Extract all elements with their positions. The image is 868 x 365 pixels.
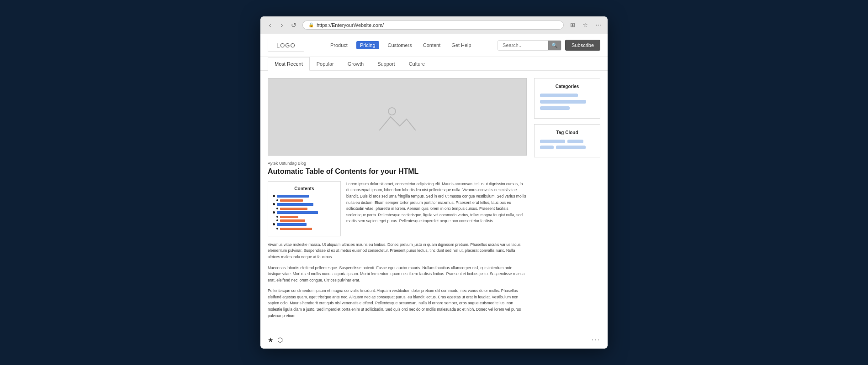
logo[interactable]: LOGO: [268, 39, 304, 52]
more-button[interactable]: ···: [592, 336, 600, 344]
toc-box: Contents: [268, 181, 341, 236]
nav-menu: Product Pricing Customers Content Get He…: [328, 41, 474, 49]
toc-bar: [277, 223, 307, 226]
toc-item: [273, 211, 336, 214]
toc-bullet: [273, 195, 275, 197]
footer-actions: ★ ⬡: [268, 336, 283, 344]
nav-gethelp[interactable]: Get Help: [449, 41, 473, 49]
toc-bar: [277, 203, 313, 206]
nav-pricing[interactable]: Pricing: [356, 41, 379, 49]
hero-image: [268, 78, 527, 156]
article-body: Contents: [268, 181, 527, 236]
bookmark-button[interactable]: ☆: [580, 20, 590, 30]
browser-actions: ⊞ ☆ ⋯: [567, 20, 603, 30]
category-skeleton-2: [540, 100, 586, 104]
address-bar[interactable]: 🔒 https://EnteryourWebsite.com/: [302, 21, 564, 30]
tagcloud-widget: Tag Cloud: [534, 124, 600, 157]
nav-customers[interactable]: Customers: [386, 41, 414, 49]
toc-sub-bar: [280, 199, 303, 202]
search-input[interactable]: [498, 41, 548, 50]
tag-pill: [540, 146, 554, 149]
extensions-button[interactable]: ⊞: [567, 20, 577, 30]
nav-content[interactable]: Content: [421, 41, 443, 49]
article-footer: ★ ⬡ ···: [260, 331, 608, 349]
image-placeholder-icon: [379, 103, 416, 130]
toc-item: [273, 223, 336, 226]
article-text-first: Lorem ipsum dolor sit amet, consectetur …: [346, 181, 527, 236]
toc-sub-bullet: [276, 219, 278, 221]
search-box: 🔍: [498, 40, 561, 51]
url-text: https://EnteryourWebsite.com/: [317, 22, 384, 28]
toc-sub-bullet: [276, 216, 278, 218]
toc-item: [273, 203, 336, 206]
refresh-button[interactable]: ↺: [289, 20, 299, 30]
share-icon[interactable]: ⬡: [277, 336, 283, 344]
tag-row-2: [540, 146, 594, 149]
article-paragraph-2: Vivamus vitae molestie massa. Ut aliquam…: [268, 242, 527, 261]
tagcloud-title: Tag Cloud: [540, 130, 594, 135]
toc-bullet: [273, 223, 275, 225]
svg-point-0: [388, 108, 396, 115]
toc-sub-bullet: [276, 228, 278, 229]
tab-bar: Most Recent Popular Growth Support Cultu…: [260, 57, 608, 71]
main-layout: Aytek Ustundag Blog Automatic Table of C…: [260, 71, 608, 331]
tab-growth[interactable]: Growth: [341, 57, 370, 71]
toc-title: Contents: [273, 186, 336, 191]
page-content: LOGO Product Pricing Customers Content G…: [260, 34, 608, 349]
tab-support[interactable]: Support: [370, 57, 402, 71]
category-skeleton-3: [540, 106, 570, 110]
toc-sub: [276, 219, 336, 222]
toc-sub: [276, 216, 336, 218]
back-button[interactable]: ‹: [265, 20, 275, 30]
nav-product[interactable]: Product: [328, 41, 350, 49]
header-right: 🔍 Subscribe: [498, 40, 600, 51]
toc-bar: [277, 195, 309, 198]
main-content: Aytek Ustundag Blog Automatic Table of C…: [268, 78, 527, 324]
tab-culture[interactable]: Culture: [402, 57, 432, 71]
tag-row-1: [540, 140, 594, 143]
browser-toolbar: ‹ › ↺ 🔒 https://EnteryourWebsite.com/ ⊞ …: [260, 16, 608, 34]
site-header: LOGO Product Pricing Customers Content G…: [260, 34, 608, 57]
categories-title: Categories: [540, 84, 594, 89]
toc-sub-bar: [280, 219, 305, 222]
lock-icon: 🔒: [308, 22, 314, 27]
subscribe-button[interactable]: Subscribe: [565, 40, 600, 51]
toc-sub-bar: [280, 216, 298, 218]
article-title: Automatic Table of Contents for your HTM…: [268, 167, 527, 176]
category-skeleton-1: [540, 94, 578, 97]
article-paragraph-3: Maecenas lobortis eleifend pellentesque.…: [268, 265, 527, 284]
tag-pill: [540, 140, 565, 143]
search-button[interactable]: 🔍: [548, 41, 561, 50]
menu-button[interactable]: ⋯: [593, 20, 603, 30]
toc-sub: [276, 208, 336, 210]
toc-bar: [277, 211, 318, 214]
toc-item: [273, 195, 336, 198]
toc-sub: [276, 228, 336, 230]
tag-pill: [556, 146, 586, 149]
browser-nav-buttons: ‹ › ↺: [265, 20, 299, 30]
star-icon[interactable]: ★: [268, 336, 274, 344]
toc-sub-bullet: [276, 199, 278, 201]
article-paragraph-4: Pellentesque condimentum ipsum et magna …: [268, 288, 527, 319]
categories-widget: Categories: [534, 78, 600, 119]
toc-sub-bullet: [276, 208, 278, 209]
blog-label: Aytek Ustundag Blog: [268, 161, 527, 166]
toc-sub-bar: [280, 228, 312, 230]
tab-most-recent[interactable]: Most Recent: [268, 57, 310, 71]
tab-popular[interactable]: Popular: [310, 57, 341, 71]
toc-bullet: [273, 203, 275, 205]
browser-window: ‹ › ↺ 🔒 https://EnteryourWebsite.com/ ⊞ …: [260, 16, 608, 349]
toc-sub: [276, 199, 336, 202]
tag-pill: [567, 140, 583, 143]
toc-sub-bar: [280, 208, 307, 210]
forward-button[interactable]: ›: [277, 20, 287, 30]
toc-bullet: [273, 211, 275, 214]
sidebar: Categories Tag Cloud: [534, 78, 600, 324]
